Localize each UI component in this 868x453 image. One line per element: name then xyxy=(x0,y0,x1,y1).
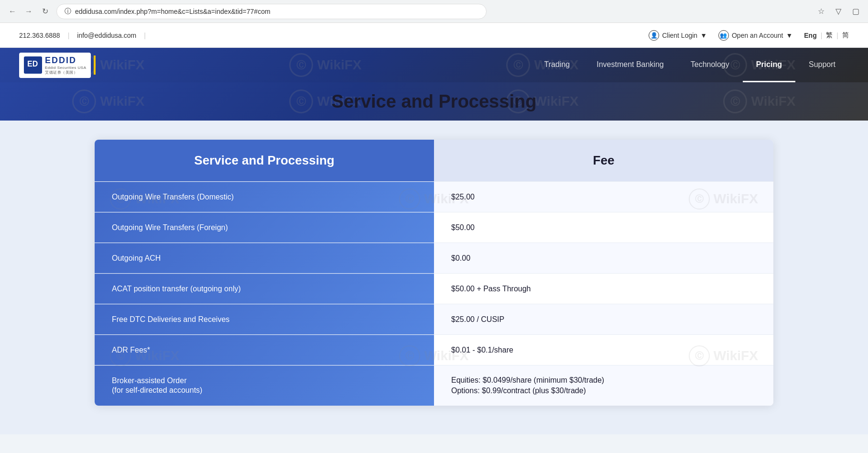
page-title-area: ⒸWikiFX ⒸWikiFX ⒸWikiFX ⒸWikiFX Service … xyxy=(0,82,868,121)
header-service-col: Service and Processing xyxy=(95,140,434,181)
table-row: Broker-assisted Order (for self-directed… xyxy=(95,365,773,406)
fee-cell: Equities: $0.0499/share (minimum $30/tra… xyxy=(434,365,773,406)
browser-nav-buttons: ← → ↻ xyxy=(6,5,52,18)
fee-cell: $0.00 xyxy=(434,243,773,273)
pricing-table: Service and Processing Fee Outgoing Wire… xyxy=(95,140,773,406)
logo-box: ED EDDID Eddid Securities USA 艾德证券（美国） xyxy=(19,53,91,78)
svg-text:ED: ED xyxy=(27,60,38,68)
lang-simp[interactable]: 简 xyxy=(842,31,849,40)
person-icon: 👤 xyxy=(649,30,659,41)
back-button[interactable]: ← xyxy=(6,5,19,18)
dropdown-arrow-2: ▼ xyxy=(786,32,792,39)
nav-links: Trading Investment Banking Technology Pr… xyxy=(531,48,849,82)
service-cell: Broker-assisted Order (for self-directed… xyxy=(95,365,434,406)
lang-eng[interactable]: Eng xyxy=(804,32,816,39)
service-cell: ACAT position transfer (outgoing only) xyxy=(95,274,434,304)
client-login-button[interactable]: 👤 Client Login ▼ xyxy=(649,30,707,41)
logo-area[interactable]: ED EDDID Eddid Securities USA 艾德证券（美国） xyxy=(19,53,96,78)
email-address: info@eddidusa.com xyxy=(77,32,136,39)
fee-cell: $50.00 xyxy=(434,212,773,243)
main-navigation: ⒸWikiFX ⒸWikiFX ⒸWikiFX ⒸWikiFX ED EDDID… xyxy=(0,48,868,82)
header-fee-col: Fee xyxy=(434,140,773,181)
service-cell: Outgoing Wire Transfers (Foreign) xyxy=(95,212,434,243)
service-cell: ADR Fees* xyxy=(95,335,434,365)
nav-pricing[interactable]: Pricing xyxy=(743,48,795,82)
fee-cell: $25.00 xyxy=(434,182,773,212)
phone-number: 212.363.6888 xyxy=(19,32,60,39)
logo-text: EDDID Eddid Securities USA 艾德证券（美国） xyxy=(45,55,86,75)
profile-icon[interactable]: ▢ xyxy=(849,5,862,18)
logo-icon: ED xyxy=(24,56,42,74)
page-title: Service and Processing xyxy=(332,91,537,112)
fee-cell: $25.00 / CUSIP xyxy=(434,304,773,334)
lock-icon: ⓘ xyxy=(65,7,71,16)
address-bar[interactable]: ⓘ eddidusa.com/index.php?m=home&c=Lists&… xyxy=(56,4,487,19)
fee-cell: $50.00 + Pass Through xyxy=(434,274,773,304)
browser-chrome: ← → ↻ ⓘ eddidusa.com/index.php?m=home&c=… xyxy=(0,0,868,23)
browser-toolbar: ☆ ▽ ▢ xyxy=(814,5,862,18)
table-row: ACAT position transfer (outgoing only) $… xyxy=(95,273,773,304)
url-text: eddidusa.com/index.php?m=home&c=Lists&a=… xyxy=(75,8,271,15)
divider-1: | xyxy=(68,32,70,39)
nav-technology[interactable]: Technology xyxy=(677,48,743,82)
reload-button[interactable]: ↻ xyxy=(38,5,52,18)
table-header: Service and Processing Fee xyxy=(95,140,773,181)
person-add-icon: 👥 xyxy=(718,30,729,41)
bookmark-icon[interactable]: ☆ xyxy=(814,5,828,18)
nav-investment-banking[interactable]: Investment Banking xyxy=(583,48,677,82)
lang-trad[interactable]: 繁 xyxy=(826,31,833,40)
forward-button[interactable]: → xyxy=(22,5,35,18)
table-row: Outgoing Wire Transfers (Foreign) $50.00 xyxy=(95,212,773,243)
service-cell: Free DTC Deliveries and Receives xyxy=(95,304,434,334)
table-row: Outgoing Wire Transfers (Domestic) $25.0… xyxy=(95,181,773,212)
service-cell: Outgoing Wire Transfers (Domestic) xyxy=(95,182,434,212)
dropdown-arrow: ▼ xyxy=(700,32,707,39)
table-row: Free DTC Deliveries and Receives $25.00 … xyxy=(95,304,773,334)
language-switcher: Eng | 繁 | 简 xyxy=(804,31,849,40)
service-cell: Outgoing ACH xyxy=(95,243,434,273)
divider-2: | xyxy=(144,32,146,39)
fee-cell: $0.01 - $0.1/share xyxy=(434,335,773,365)
table-row: Outgoing ACH $0.00 xyxy=(95,243,773,273)
nav-support[interactable]: Support xyxy=(795,48,849,82)
table-row: ADR Fees* $0.01 - $0.1/share xyxy=(95,334,773,365)
top-info-bar: 212.363.6888 | info@eddidusa.com | 👤 Cli… xyxy=(0,23,868,48)
extensions-icon[interactable]: ▽ xyxy=(832,5,845,18)
nav-trading[interactable]: Trading xyxy=(531,48,584,82)
logo-yellow-accent xyxy=(94,55,96,75)
open-account-button[interactable]: 👥 Open an Account ▼ xyxy=(718,30,792,41)
main-content: ⒸWikiFX ⒸWikiFX ⒸWikiFX ⒸWikiFX ⒸWikiFX … xyxy=(0,121,868,434)
top-right-actions: 👤 Client Login ▼ 👥 Open an Account ▼ Eng… xyxy=(649,30,849,41)
